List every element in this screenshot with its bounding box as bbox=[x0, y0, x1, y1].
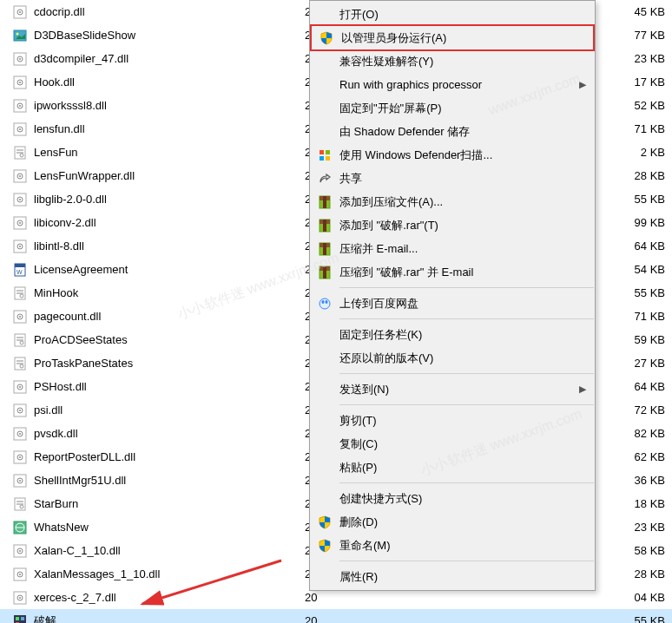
dll-icon bbox=[12, 426, 28, 442]
shield-icon bbox=[313, 514, 336, 531]
svg-point-54 bbox=[19, 386, 21, 388]
svg-point-8 bbox=[19, 58, 21, 60]
menu-item[interactable]: 共享 bbox=[310, 167, 595, 190]
menu-item[interactable]: Run with graphics processor ▶ bbox=[310, 73, 595, 96]
image-icon bbox=[12, 28, 28, 43]
svg-point-30 bbox=[19, 222, 21, 224]
file-size: 64 KB bbox=[635, 380, 665, 393]
menu-item[interactable]: 粘贴(P) bbox=[310, 456, 595, 479]
svg-point-105 bbox=[326, 300, 328, 304]
menu-item[interactable]: 压缩到 "破解.rar" 并 E-mail bbox=[310, 260, 595, 284]
menu-item[interactable]: 发送到(N) ▶ bbox=[310, 377, 595, 401]
file-name: Hook.dll bbox=[34, 75, 305, 89]
menu-separator bbox=[339, 404, 594, 405]
file-size: 17 KB bbox=[635, 75, 665, 89]
shield-icon bbox=[315, 30, 338, 47]
menu-item[interactable]: 剪切(T) bbox=[310, 409, 595, 432]
menu-label: 压缩到 "破解.rar" 并 E-mail bbox=[336, 265, 574, 280]
menu-label: 还原以前的版本(V) bbox=[336, 351, 574, 366]
menu-label: 粘贴(P) bbox=[336, 460, 574, 475]
svg-point-60 bbox=[19, 433, 21, 435]
dll-icon bbox=[12, 51, 28, 67]
file-name: ProTaskPaneStates bbox=[34, 357, 305, 370]
blank-icon bbox=[313, 568, 336, 586]
svg-point-2 bbox=[19, 11, 21, 13]
file-row[interactable]: 破解 20 55 KB bbox=[0, 609, 672, 623]
svg-point-27 bbox=[19, 199, 21, 200]
blank-icon bbox=[313, 436, 336, 453]
file-name: pvsdk.dll bbox=[34, 427, 305, 440]
menu-label: Run with graphics processor bbox=[336, 78, 574, 91]
file-size: 18 KB bbox=[635, 497, 665, 510]
svg-point-24 bbox=[19, 175, 21, 177]
dll-icon bbox=[12, 379, 28, 395]
menu-label: 共享 bbox=[336, 171, 574, 187]
file-size: 52 KB bbox=[635, 99, 665, 112]
menu-item[interactable]: 固定到"开始"屏幕(P) bbox=[310, 96, 595, 120]
menu-label: 使用 Windows Defender扫描... bbox=[336, 148, 574, 163]
dll-icon bbox=[12, 192, 28, 207]
menu-separator bbox=[339, 482, 594, 483]
file-size: 64 KB bbox=[635, 239, 665, 252]
dll-icon bbox=[12, 590, 28, 606]
menu-item[interactable]: 复制(C) bbox=[310, 432, 595, 456]
config-icon bbox=[12, 285, 28, 301]
dll-icon bbox=[12, 168, 28, 184]
dll-icon bbox=[12, 121, 28, 137]
svg-rect-89 bbox=[320, 156, 324, 161]
html-icon bbox=[12, 520, 28, 535]
dll-icon bbox=[12, 449, 28, 465]
svg-point-82 bbox=[19, 597, 21, 599]
svg-point-103 bbox=[320, 298, 330, 309]
svg-point-4 bbox=[16, 32, 19, 35]
file-name: ReportPosterDLL.dll bbox=[34, 450, 305, 463]
file-name: ShellIntMgr51U.dll bbox=[34, 474, 305, 487]
menu-item[interactable]: 兼容性疑难解答(Y) bbox=[310, 49, 595, 73]
menu-item[interactable]: 添加到 "破解.rar"(T) bbox=[310, 213, 595, 237]
menu-item[interactable]: 以管理员身份运行(A) bbox=[310, 24, 595, 51]
svg-point-33 bbox=[19, 246, 21, 247]
file-name: 破解 bbox=[34, 613, 305, 624]
menu-item[interactable]: 重命名(M) bbox=[310, 534, 595, 557]
menu-item[interactable]: 由 Shadow Defender 储存 bbox=[310, 120, 595, 143]
menu-separator bbox=[339, 373, 594, 374]
file-name: libglib-2.0-0.dll bbox=[34, 193, 305, 206]
menu-item[interactable]: 删除(D) bbox=[310, 510, 595, 534]
file-size: 58 KB bbox=[635, 544, 665, 557]
blank-icon bbox=[313, 490, 336, 508]
rar-icon bbox=[313, 240, 336, 258]
rar-icon bbox=[313, 217, 336, 234]
blank-icon bbox=[313, 326, 336, 344]
file-size: 28 KB bbox=[635, 169, 665, 182]
menu-item[interactable]: 压缩并 E-mail... bbox=[310, 237, 595, 260]
svg-rect-93 bbox=[323, 196, 326, 208]
menu-item[interactable]: 固定到任务栏(K) bbox=[310, 323, 595, 346]
menu-label: 压缩并 E-mail... bbox=[336, 241, 574, 257]
defender-icon bbox=[313, 147, 336, 164]
menu-item[interactable]: 属性(R) bbox=[310, 565, 595, 588]
file-size: 36 KB bbox=[635, 474, 665, 487]
file-name: cdocrip.dll bbox=[34, 5, 305, 18]
shield-icon bbox=[313, 537, 336, 554]
menu-label: 固定到"开始"屏幕(P) bbox=[336, 101, 574, 116]
menu-item[interactable]: 上传到百度网盘 bbox=[310, 292, 595, 315]
file-name: d3dcompiler_47.dll bbox=[34, 52, 305, 65]
menu-item[interactable]: 还原以前的版本(V) bbox=[310, 346, 595, 370]
blank-icon bbox=[313, 100, 336, 117]
config-icon bbox=[12, 356, 28, 371]
dll-icon bbox=[12, 309, 28, 325]
menu-item[interactable]: 添加到压缩文件(A)... bbox=[310, 190, 595, 213]
file-name: lensfun.dll bbox=[34, 122, 305, 135]
file-name: XalanMessages_1_10.dll bbox=[34, 567, 305, 580]
blank-icon bbox=[313, 76, 336, 94]
file-name: LensFunWrapper.dll bbox=[34, 169, 305, 182]
file-name: WhatsNew bbox=[34, 521, 305, 534]
menu-label: 上传到百度网盘 bbox=[336, 296, 574, 312]
menu-label: 删除(D) bbox=[336, 515, 574, 530]
file-size: 82 KB bbox=[635, 427, 665, 440]
menu-item[interactable]: 打开(O) bbox=[310, 3, 595, 26]
dll-icon bbox=[12, 473, 28, 489]
menu-label: 添加到 "破解.rar"(T) bbox=[336, 218, 574, 233]
menu-item[interactable]: 使用 Windows Defender扫描... bbox=[310, 143, 595, 167]
menu-item[interactable]: 创建快捷方式(S) bbox=[310, 487, 595, 510]
